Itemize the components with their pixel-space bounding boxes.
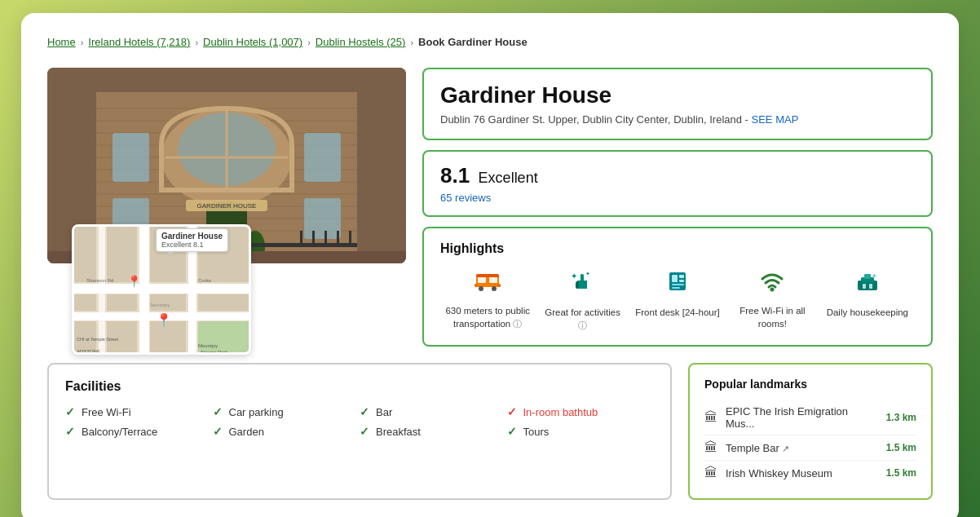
activities-icon: ✦ ✦ (571, 269, 595, 299)
svg-rect-82 (672, 287, 680, 289)
check-icon: ✓ (65, 425, 75, 438)
rating-row: 8.1 Excellent (440, 163, 915, 188)
svg-rect-67 (478, 276, 486, 283)
facility-wifi: ✓ Free Wi-Fi (65, 405, 213, 418)
svg-text:Square Park: Square Park (201, 350, 228, 355)
separator-3: › (307, 38, 311, 47)
svg-rect-69 (476, 274, 499, 277)
svg-rect-52 (198, 294, 251, 311)
svg-rect-68 (489, 276, 497, 283)
breadcrumb-home[interactable]: Home (47, 36, 76, 48)
highlights-items: 630 meters to public transportation ⓘ ✦ … (440, 269, 915, 332)
landmark-building-icon: 🏛 (704, 410, 717, 425)
wifi-icon (759, 269, 785, 298)
transport-info-icon[interactable]: ⓘ (513, 319, 522, 329)
svg-rect-80 (679, 280, 684, 282)
activities-label: Great for activities ⓘ (540, 306, 625, 332)
svg-rect-81 (672, 284, 684, 285)
svg-text:📍: 📍 (156, 312, 172, 328)
svg-rect-44 (99, 227, 105, 355)
svg-rect-46 (107, 227, 137, 282)
landmark-name-0: EPIC The Irish Emigration Mus... (726, 405, 878, 430)
facility-label: In-room bathtub (523, 406, 598, 418)
svg-text:✦: ✦ (871, 272, 877, 281)
housekeeping-icon: ✦ (854, 269, 881, 299)
svg-rect-42 (139, 227, 149, 355)
highlights-title: Highlights (440, 241, 915, 256)
frontdesk-icon (665, 269, 690, 299)
svg-rect-72 (475, 284, 478, 287)
map-container[interactable]: Shannon Rd Croke Secondary Mountjoy Squa… (72, 224, 251, 355)
highlight-housekeeping: ✦ Daily housekeeping (820, 269, 915, 332)
landmark-dist-1: 1.5 km (886, 442, 916, 453)
housekeeping-label: Daily housekeeping (827, 306, 908, 319)
breadcrumb-dublin[interactable]: Dublin Hotels (1,007) (203, 36, 302, 48)
landmark-name-2: Irish Whiskey Museum (726, 467, 878, 479)
check-icon: ✓ (65, 405, 75, 418)
svg-rect-73 (497, 284, 501, 287)
facility-parking: ✓ Car parking (213, 405, 360, 418)
transport-label: 630 meters to public transportation ⓘ (445, 304, 530, 330)
highlights-box: Highlights (422, 227, 933, 347)
facility-label: Car parking (229, 406, 284, 418)
check-icon: ✓ (507, 405, 517, 418)
facility-label: Tours (523, 426, 550, 438)
rating-box: 8.1 Excellent 65 reviews (422, 150, 933, 217)
landmark-building-icon-2: 🏛 (704, 466, 717, 480)
breadcrumb-hostels[interactable]: Dublin Hostels (25) (316, 36, 406, 48)
landmark-item-2: 🏛 Irish Whiskey Museum 1.5 km (704, 461, 916, 485)
svg-rect-78 (672, 275, 678, 282)
svg-rect-19 (304, 133, 341, 182)
svg-text:📍: 📍 (127, 275, 142, 289)
bottom-layout: Facilities ✓ Free Wi-Fi ✓ Car parking ✓ … (47, 363, 933, 500)
frontdesk-label: Front desk [24-hour] (635, 306, 720, 319)
svg-rect-35 (324, 231, 327, 247)
svg-rect-37 (349, 231, 351, 247)
highlight-wifi: Free Wi-Fi in all rooms! (725, 269, 819, 332)
facility-breakfast: ✓ Breakfast (360, 425, 507, 438)
activities-info-icon[interactable]: ⓘ (578, 320, 587, 330)
svg-rect-79 (679, 275, 684, 278)
wifi-label: Free Wi-Fi in all rooms! (730, 304, 814, 330)
breadcrumb: Home › Ireland Hotels (7,218) › Dublin H… (47, 36, 933, 48)
bus-icon (475, 269, 501, 298)
facility-balcony: ✓ Balcony/Terrace (65, 425, 213, 438)
landmark-building-icon-1: 🏛 (704, 440, 717, 455)
rating-reviews[interactable]: 65 reviews (440, 192, 915, 204)
svg-text:GARDINER HOUSE: GARDINER HOUSE (197, 202, 257, 210)
check-icon: ✓ (360, 425, 369, 438)
landmark-item-1: 🏛 Temple Bar ↗ 1.5 km (704, 435, 916, 461)
facility-bar: ✓ Bar (360, 405, 507, 418)
landmarks-title: Popular landmarks (704, 378, 916, 391)
facility-label: Balcony/Terrace (82, 426, 157, 438)
facilities-grid: ✓ Free Wi-Fi ✓ Car parking ✓ Bar ✓ In-ro… (65, 405, 654, 438)
rating-score: 8.1 (440, 163, 470, 188)
svg-rect-88 (863, 284, 866, 289)
svg-text:Croke: Croke (198, 278, 212, 283)
right-column: Gardiner House Dublin 76 Gardiner St. Up… (422, 68, 933, 347)
svg-rect-76 (576, 281, 579, 289)
facility-label: Breakfast (376, 426, 421, 438)
highlight-activities: ✦ ✦ Great for activities ⓘ (535, 269, 629, 332)
map-hotel-label: Gardiner House Excellent 8.1 (156, 228, 228, 252)
facility-bathtub: ✓ In-room bathtub (507, 405, 655, 418)
svg-text:Mountjoy: Mountjoy (198, 343, 218, 348)
landmark-name-1: Temple Bar ↗ (726, 442, 878, 454)
svg-text:✦: ✦ (585, 271, 590, 276)
main-card: Home › Ireland Hotels (7,218) › Dublin H… (21, 13, 959, 517)
svg-rect-34 (312, 231, 315, 247)
svg-point-83 (770, 288, 775, 292)
hotel-address: Dublin 76 Gardiner St. Upper, Dublin Cit… (440, 113, 915, 126)
facility-tours: ✓ Tours (507, 425, 655, 438)
svg-text:CHI at Temple Street: CHI at Temple Street (77, 337, 118, 342)
breadcrumb-current: Book Gardiner House (418, 36, 528, 48)
breadcrumb-ireland[interactable]: Ireland Hotels (7,218) (88, 36, 190, 48)
external-link-icon: ↗ (782, 444, 789, 453)
check-icon: ✓ (360, 405, 369, 418)
highlight-transport: 630 meters to public transportation ⓘ (440, 269, 535, 332)
see-map-link[interactable]: SEE MAP (752, 113, 799, 126)
svg-text:ADSTONE: ADSTONE (77, 349, 100, 354)
landmark-dist-2: 1.5 km (886, 467, 916, 479)
svg-rect-86 (864, 274, 871, 279)
svg-rect-17 (113, 133, 149, 182)
